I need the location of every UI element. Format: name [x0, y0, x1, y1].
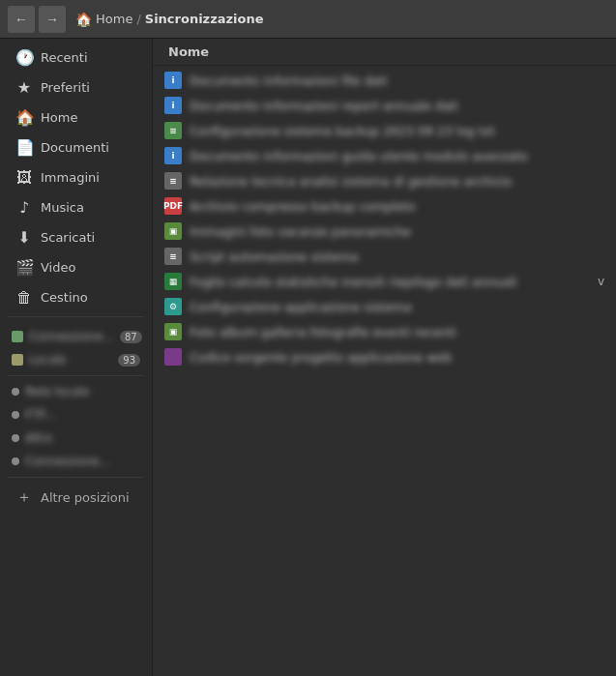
file-row[interactable]: ▣ Immagini foto vacanze panoramiche [153, 219, 616, 244]
file-extra: v [598, 275, 604, 288]
file-name-f1: Documento informazioni file dati [190, 73, 604, 88]
sidebar-item-musica[interactable]: ♪ Musica [4, 192, 148, 222]
breadcrumb-separator: / [136, 12, 140, 26]
musica-icon: ♪ [15, 198, 33, 217]
file-row[interactable]: ⚙ Configurazione applicazione sistema [153, 294, 616, 319]
sidebar-item-label-cestino: Cestino [41, 290, 88, 305]
file-name-f10: Configurazione applicazione sistema [190, 300, 604, 314]
sidebar-item-cestino[interactable]: 🗑 Cestino [4, 282, 148, 312]
sidebar-pinned-pinned2[interactable]: Locale 93 [0, 348, 152, 371]
location-label-loc3: Altro [25, 431, 52, 445]
sidebar-item-label-preferiti: Preferiti [41, 80, 90, 95]
sidebar-item-recenti[interactable]: 🕐 Recenti [4, 43, 148, 73]
breadcrumb-home-icon: 🏠 [75, 12, 92, 27]
immagini-icon: 🖼 [15, 168, 33, 187]
file-row[interactable]: ≡ Script automazione sistema [153, 244, 616, 269]
sidebar-item-video[interactable]: 🎬 Video [4, 252, 148, 282]
file-icon-f4: i [164, 147, 182, 164]
sidebar-location-loc3[interactable]: Altro [0, 426, 152, 450]
plus-icon: ＋ [15, 487, 33, 508]
sidebar-item-label-home: Home [41, 110, 77, 125]
location-dot-loc2 [12, 411, 19, 419]
toolbar: ← → 🏠 Home / Sincronizzazione [0, 0, 616, 39]
sidebar-item-home[interactable]: 🏠 Home [4, 103, 148, 132]
sidebar-location-loc1[interactable]: Rete locale [0, 380, 152, 403]
file-name-f12: Codice sorgente progetto applicazione we… [190, 350, 604, 365]
file-list: i Documento informazioni file dati i Doc… [153, 66, 616, 676]
file-row[interactable]: PDF Archivio compresso backup completo [153, 193, 616, 219]
sidebar-pinned-pinned1[interactable]: Connessione... 87 [0, 325, 152, 348]
pinned-badge-pinned1: 87 [120, 331, 142, 343]
file-row[interactable]: i Documento informazioni report annuale … [153, 93, 616, 118]
location-dot-loc4 [12, 457, 19, 465]
sidebar-location-loc4[interactable]: Connessione... [0, 450, 152, 473]
scaricati-icon: ⬇ [15, 228, 33, 247]
file-row[interactable]: ≡ Configurazione sistema backup 2023 09 … [153, 118, 616, 143]
sidebar-nav: 🕐 Recenti ★ Preferiti 🏠 Home 📄 Documenti… [0, 43, 152, 312]
content-area: Nome i Documento informazioni file dati … [153, 39, 616, 676]
file-row[interactable]: ▣ Foto album galleria fotografie eventi … [153, 319, 616, 344]
sidebar-divider-3 [8, 477, 144, 478]
file-name-f9: Foglio calcolo statistiche mensili riepi… [190, 275, 590, 289]
file-row[interactable]: ▦ Foglio calcolo statistiche mensili rie… [153, 269, 616, 294]
pinned-label-pinned1: Connessione... [29, 330, 114, 343]
recenti-icon: 🕐 [15, 48, 33, 67]
forward-button[interactable]: → [39, 6, 66, 33]
file-name-f2: Documento informazioni report annuale da… [190, 99, 604, 113]
sidebar-item-label-scaricati: Scaricati [41, 230, 95, 245]
sidebar-item-documenti[interactable]: 📄 Documenti [4, 132, 148, 162]
sidebar-item-label-documenti: Documenti [41, 140, 109, 155]
file-row[interactable]: Codice sorgente progetto applicazione we… [153, 344, 616, 369]
file-name-f8: Script automazione sistema [190, 250, 604, 264]
sidebar-locations: Rete locale FTP... Altro Connessione... [0, 380, 152, 473]
file-icon-f2: i [164, 97, 182, 114]
file-row[interactable]: i Documento informazioni file dati [153, 68, 616, 93]
file-name-f6: Archivio compresso backup completo [190, 199, 604, 214]
add-locations-button[interactable]: ＋ Altre posizioni [4, 482, 148, 514]
file-icon-f8: ≡ [164, 248, 182, 265]
file-row[interactable]: i Documento informazioni guida utente mo… [153, 143, 616, 168]
breadcrumb-home-label[interactable]: Home [96, 12, 132, 26]
file-icon-f5: ≡ [164, 172, 182, 190]
sidebar-item-scaricati[interactable]: ⬇ Scaricati [4, 222, 148, 252]
sidebar-item-immagini[interactable]: 🖼 Immagini [4, 162, 148, 192]
sidebar-item-label-video: Video [41, 260, 75, 275]
file-icon-f7: ▣ [164, 222, 182, 240]
file-row[interactable]: ≡ Relazione tecnica analisi sistema di g… [153, 168, 616, 193]
video-icon: 🎬 [15, 258, 33, 277]
sidebar-location-loc2[interactable]: FTP... [0, 403, 152, 426]
location-dot-loc1 [12, 388, 19, 396]
file-icon-f11: ▣ [164, 323, 182, 340]
sidebar-divider-2 [8, 375, 144, 376]
sidebar: 🕐 Recenti ★ Preferiti 🏠 Home 📄 Documenti… [0, 39, 153, 676]
cestino-icon: 🗑 [15, 288, 33, 307]
breadcrumb: 🏠 Home / Sincronizzazione [75, 12, 264, 27]
back-button[interactable]: ← [8, 6, 35, 33]
sidebar-item-label-recenti: Recenti [41, 50, 88, 65]
home-icon: 🏠 [15, 108, 33, 127]
file-icon-f10: ⚙ [164, 298, 182, 315]
sidebar-item-preferiti[interactable]: ★ Preferiti [4, 73, 148, 103]
file-name-f3: Configurazione sistema backup 2023 09 23… [190, 124, 604, 138]
location-label-loc2: FTP... [25, 408, 55, 422]
file-name-f4: Documento informazioni guida utente modu… [190, 149, 604, 163]
pinned-color-pinned2 [12, 354, 23, 366]
file-name-f7: Immagini foto vacanze panoramiche [190, 224, 604, 239]
breadcrumb-current-label: Sincronizzazione [145, 12, 264, 26]
file-icon-f12 [164, 348, 182, 366]
file-icon-f9: ▦ [164, 273, 182, 290]
add-locations-label: Altre posizioni [41, 490, 130, 505]
sidebar-divider-1 [8, 316, 144, 317]
column-header-name: Nome [153, 39, 616, 66]
preferiti-icon: ★ [15, 78, 33, 97]
pinned-color-pinned1 [12, 331, 23, 342]
main-layout: 🕐 Recenti ★ Preferiti 🏠 Home 📄 Documenti… [0, 39, 616, 676]
documenti-icon: 📄 [15, 138, 33, 157]
location-dot-loc3 [12, 434, 19, 442]
file-name-f5: Relazione tecnica analisi sistema di ges… [190, 174, 604, 189]
sidebar-item-label-musica: Musica [41, 200, 84, 215]
file-name-f11: Foto album galleria fotografie eventi re… [190, 325, 604, 339]
sidebar-item-label-immagini: Immagini [41, 170, 100, 185]
file-icon-f6: PDF [164, 197, 182, 215]
file-icon-f1: i [164, 72, 182, 89]
